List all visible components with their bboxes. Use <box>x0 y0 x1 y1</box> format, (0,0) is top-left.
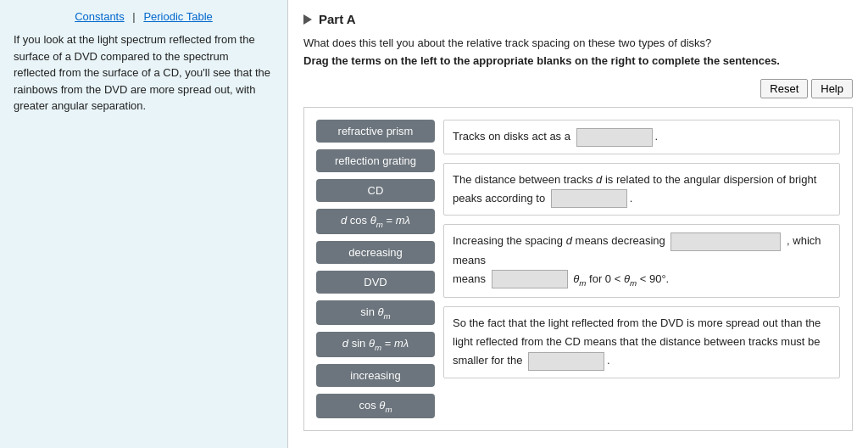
term-decreasing[interactable]: decreasing <box>316 241 435 264</box>
collapse-icon[interactable] <box>303 14 312 25</box>
instruction-text: Drag the terms on the left to the approp… <box>303 54 853 67</box>
s3-d: d <box>566 234 576 247</box>
s2-suffix: . <box>630 192 633 204</box>
s3-prefix: Increasing the spacing <box>453 234 563 247</box>
term-cos-theta[interactable]: cos θm <box>316 394 435 419</box>
term-cd[interactable]: CD <box>316 179 435 202</box>
term-d-cos-eq[interactable]: d cos θm = mλ <box>316 209 435 234</box>
term-refractive-prism[interactable]: refractive prism <box>316 120 435 143</box>
sentence-2: The distance between tracks d is related… <box>443 163 840 216</box>
s3-means-label: means <box>453 272 489 285</box>
sentences-column: Tracks on disks act as a . The distance … <box>443 120 840 418</box>
s1-suffix: . <box>655 130 659 143</box>
reset-button[interactable]: Reset <box>760 79 808 98</box>
s4-prefix: So the fact that the light reflected fro… <box>453 316 821 367</box>
part-label: Part A <box>319 12 356 26</box>
periodic-table-link[interactable]: Periodic Table <box>143 10 212 23</box>
sentence-4: So the fact that the light reflected fro… <box>443 306 840 378</box>
blank-3[interactable] <box>670 232 781 251</box>
sentence-1: Tracks on disks act as a . <box>443 120 840 154</box>
top-buttons: Reset Help <box>303 79 853 98</box>
question-text: What does this tell you about the relati… <box>303 36 853 49</box>
s2-prefix: The distance between tracks <box>453 173 593 186</box>
terms-column: refractive prism reflection grating CD d… <box>316 120 435 418</box>
term-sin-theta[interactable]: sin θm <box>316 300 435 326</box>
term-dvd[interactable]: DVD <box>316 271 435 294</box>
constants-link[interactable]: Constants <box>75 10 125 23</box>
s3-range2: < 90°. <box>640 272 669 285</box>
s3-mid: means decreasing <box>576 234 665 247</box>
s3-range: for 0 < <box>589 272 624 285</box>
separator: | <box>132 10 135 23</box>
s2-d: d <box>596 173 605 186</box>
sidebar-body: If you look at the light spectrum reflec… <box>14 31 274 115</box>
s4-suffix: . <box>607 354 610 367</box>
s3-theta2: θm <box>624 272 637 285</box>
s1-prefix: Tracks on disks act as a <box>453 130 570 143</box>
sidebar: Constants | Periodic Table If you look a… <box>0 0 288 448</box>
main-content: Part A What does this tell you about the… <box>288 0 868 448</box>
blank-5[interactable] <box>528 352 604 371</box>
sidebar-links: Constants | Periodic Table <box>14 10 274 23</box>
term-increasing[interactable]: increasing <box>316 364 435 387</box>
help-button[interactable]: Help <box>811 79 853 98</box>
term-reflection-grating[interactable]: reflection grating <box>316 149 435 172</box>
blank-4[interactable] <box>492 270 568 288</box>
blank-2[interactable] <box>551 189 627 208</box>
s3-theta: θm <box>573 272 589 285</box>
blank-1[interactable] <box>576 128 653 147</box>
content-area: refractive prism reflection grating CD d… <box>303 107 853 431</box>
part-header: Part A <box>303 12 853 26</box>
term-d-sin-eq[interactable]: d sin θm = mλ <box>316 332 435 357</box>
sentence-3: Increasing the spacing d means decreasin… <box>443 224 840 298</box>
